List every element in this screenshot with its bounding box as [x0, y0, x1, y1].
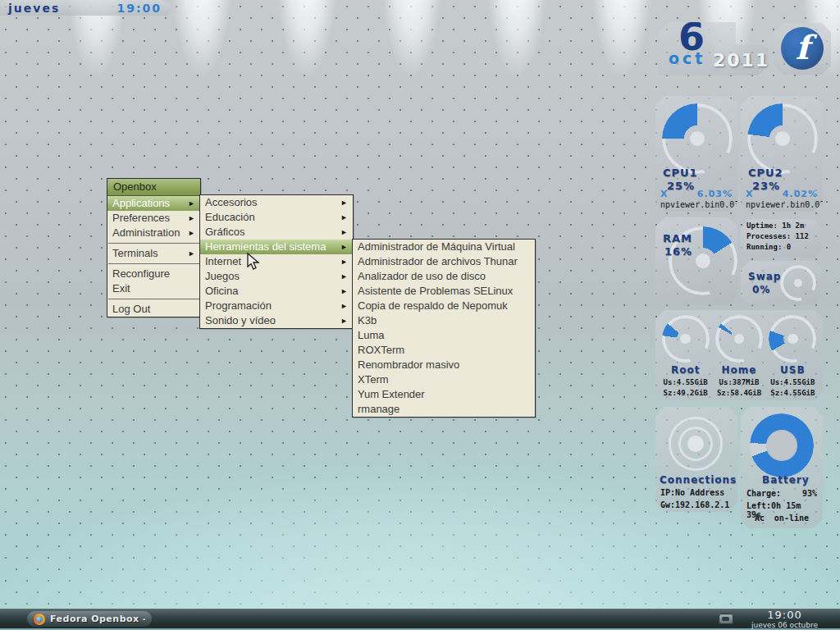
submenu-arrow-icon: ► — [188, 196, 195, 211]
fedora-letter: f — [795, 28, 809, 66]
menu-item-rmanage[interactable]: rmanage — [353, 402, 535, 417]
disk-usb: USB Us:4.55GiB Sz:4.55GiB — [766, 313, 819, 400]
applications-submenu: Accesorios ► Educación ► Gráficos ► Herr… — [199, 194, 354, 329]
menu-item-label: ROXTerm — [358, 343, 530, 358]
menu-item-label: Administrador de archivos Thunar — [358, 254, 530, 269]
processes-text: Processes: 112 — [746, 232, 823, 240]
menu-item-preferences[interactable]: Preferences ► — [107, 211, 200, 226]
tray-icon[interactable] — [719, 614, 733, 624]
process-value: 4.02% — [783, 189, 818, 199]
process-value: 6.03% — [697, 189, 733, 199]
taskbar: Fedora Openbox - Al... 19:00 jueves 06 o… — [0, 609, 840, 630]
menu-item-oficina[interactable]: Oficina ► — [200, 284, 353, 299]
menu-item-bulk-rename[interactable]: Renombrador masivo — [353, 358, 535, 372]
openbox-root-menu: Openbox Applications ► Preferences ► Adm… — [107, 178, 201, 317]
root-gauge — [662, 315, 710, 363]
process-name: npviewer.bin — [746, 200, 805, 209]
submenu-arrow-icon: ► — [340, 195, 348, 210]
menu-item-accesorios[interactable]: Accesorios ► — [200, 195, 353, 210]
menu-item-label: Analizador de uso de disco — [358, 269, 530, 284]
menu-item-yum-extender[interactable]: Yum Extender — [353, 387, 535, 402]
cpu2-widget: CPU2 23% X 4.02% npviewer.bin 0.02% — [741, 96, 823, 212]
desktop-background[interactable]: Openbox Applications ► Preferences ► Adm… — [0, 0, 840, 630]
gauge-hub — [794, 279, 802, 287]
menu-item-sonido-y-video[interactable]: Sonido y vídeo ► — [200, 313, 353, 328]
menu-item-label: Accesorios — [205, 195, 340, 210]
process-name: npviewer.bin — [660, 200, 719, 209]
cpu2-process2-row: npviewer.bin 0.02% — [746, 200, 818, 209]
menu-item-programacion[interactable]: Programación ► — [200, 299, 353, 313]
submenu-arrow-icon: ► — [188, 211, 195, 226]
window-title: Fedora Openbox - Al... — [50, 614, 145, 624]
gauge-hub — [788, 334, 798, 345]
menu-item-label: XTerm — [358, 372, 530, 387]
connections-icon — [669, 417, 723, 471]
menu-item-selinux-troubleshooter[interactable]: Asistente de Problemas SELinux — [353, 284, 535, 299]
menu-item-roxterm[interactable]: ROXTerm — [353, 343, 535, 358]
disks-widget: Root Us:4.55GiB Sz:49.2GiB Home Us:387Mi… — [655, 310, 823, 400]
menu-item-label: Programación — [205, 299, 340, 313]
root-size: Sz:49.2GiB — [664, 389, 708, 397]
weekday-time-bar: jueves 19:00 — [0, 0, 173, 16]
menu-item-log-out[interactable]: Log Out — [107, 302, 200, 317]
menu-item-nepomuk-backup[interactable]: Copia de respaldo de Nepomuk — [353, 299, 535, 313]
taskbar-clock[interactable]: 19:00 jueves 06 octubre — [737, 609, 832, 629]
mouse-cursor — [246, 253, 262, 271]
submenu-arrow-icon: ► — [188, 246, 195, 261]
swap-label: Swap — [748, 271, 781, 282]
home-size: Sz:58.4GiB — [717, 389, 761, 397]
process-name: X — [660, 189, 668, 199]
menu-item-graficos[interactable]: Gráficos ► — [200, 225, 353, 240]
menu-item-virtual-machine-manager[interactable]: Administrador de Máquina Virtual — [353, 240, 535, 254]
menu-item-label: Exit — [112, 281, 195, 296]
menu-item-educacion[interactable]: Educación ► — [200, 210, 353, 225]
firefox-icon — [34, 614, 45, 625]
menu-item-label: Luma — [358, 328, 530, 343]
running-text: Running: 0 — [746, 243, 823, 251]
menu-item-label: Juegos — [205, 269, 340, 284]
menu-item-k3b[interactable]: K3b — [353, 313, 535, 328]
menu-item-label: Log Out — [112, 302, 195, 317]
menu-item-exit[interactable]: Exit — [107, 281, 200, 296]
menu-item-applications[interactable]: Applications ► — [107, 196, 200, 211]
disk-home: Home Us:387MiB Sz:58.4GiB — [712, 313, 765, 400]
fedora-logo-icon: f — [781, 27, 824, 70]
menu-item-herramientas-del-sistema[interactable]: Herramientas del sistema ► — [200, 240, 353, 254]
root-label: Root — [671, 364, 700, 376]
menu-item-label: Preferences — [112, 211, 188, 226]
process-value: 0.02% — [805, 200, 829, 209]
cpu2-label: CPU2 — [748, 167, 783, 179]
battery-charge-label: Charge: — [746, 489, 781, 498]
menu-item-xterm[interactable]: XTerm — [353, 372, 535, 387]
ram-percent: 16% — [664, 245, 692, 258]
gauge-hub — [766, 430, 797, 460]
date-month: oct — [669, 49, 705, 67]
battery-label: Battery — [762, 474, 810, 486]
menu-item-label: Oficina — [205, 284, 340, 299]
menu-item-thunar[interactable]: Administrador de archivos Thunar — [353, 254, 535, 269]
root-used: Us:4.55GiB — [664, 378, 708, 386]
system-info-widget: Uptime: 1h 2m Processes: 112 Running: 0 — [741, 219, 823, 258]
usb-used: Us:4.55GiB — [770, 378, 815, 386]
menu-item-reconfigure[interactable]: Reconfigure — [107, 267, 200, 281]
system-tools-submenu: Administrador de Máquina Virtual Adminis… — [352, 239, 536, 418]
menu-item-internet[interactable]: Internet ► — [200, 254, 353, 269]
menu-item-juegos[interactable]: Juegos ► — [200, 269, 353, 284]
submenu-arrow-icon: ► — [340, 269, 348, 284]
submenu-arrow-icon: ► — [340, 299, 348, 313]
menu-item-disk-usage-analyzer[interactable]: Analizador de uso de disco — [353, 269, 535, 284]
disk-root: Root Us:4.55GiB Sz:49.2GiB — [659, 313, 712, 400]
date-widget: 6 oct 2011 — [659, 22, 769, 75]
uptime-text: Uptime: 1h 2m — [746, 221, 823, 230]
ram-widget: RAM 16% — [655, 217, 737, 305]
home-label: Home — [722, 364, 757, 376]
taskbar-window-button[interactable]: Fedora Openbox - Al... — [27, 611, 152, 627]
menu-item-label: Gráficos — [205, 225, 340, 240]
connections-label: Connections — [660, 474, 737, 486]
menu-item-luma[interactable]: Luma — [353, 328, 535, 343]
fedora-logo-widget: f — [774, 23, 831, 75]
menu-item-terminals[interactable]: Terminals ► — [107, 246, 200, 261]
menu-item-administration[interactable]: Administration ► — [107, 226, 200, 240]
menu-item-label: Administration — [112, 226, 188, 240]
battery-ac-label: Ac — [755, 514, 765, 523]
